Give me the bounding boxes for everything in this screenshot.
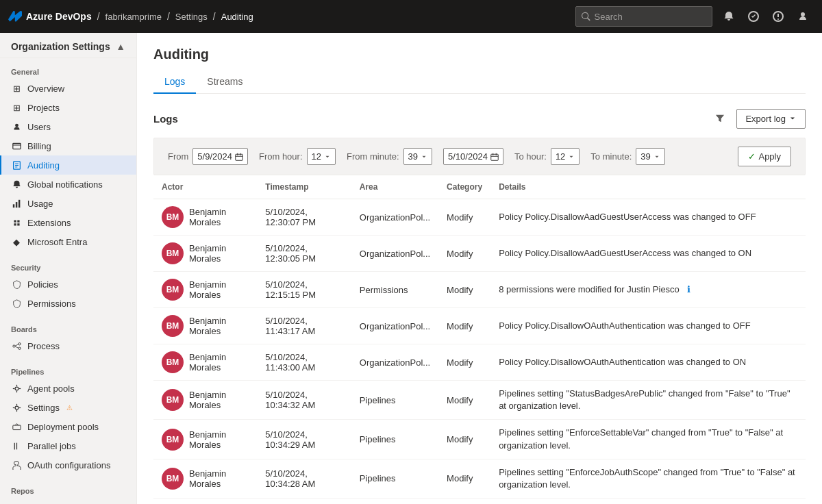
- logs-actions: Export log: [709, 108, 806, 129]
- from-date-input[interactable]: 5/9/2024: [192, 148, 248, 165]
- cell-actor-0: BM Benjamin Morales: [153, 199, 257, 236]
- auditing-icon: [11, 160, 22, 171]
- cell-details-1: Policy Policy.DisallowAadGuestUserAccess…: [490, 236, 806, 272]
- cell-category-5: Modify: [438, 381, 490, 420]
- cell-details-5: Pipelines setting "StatusBadgesArePublic…: [490, 381, 806, 420]
- sidebar-item-auditing[interactable]: Auditing: [0, 155, 136, 175]
- col-details: Details: [490, 175, 806, 199]
- actor-name-7: Benjamin Morales: [189, 468, 249, 489]
- cell-timestamp-5: 5/10/2024, 10:34:32 AM: [257, 381, 351, 420]
- sidebar-item-global-notifications[interactable]: Global notifications: [0, 175, 136, 194]
- col-area: Area: [351, 175, 438, 199]
- apply-button[interactable]: ✓ Apply: [738, 147, 791, 166]
- cell-area-2: Permissions: [351, 272, 438, 308]
- filter-button[interactable]: [709, 108, 731, 129]
- sidebar-section-title-repos: Repos: [0, 483, 136, 498]
- sidebar-item-policies[interactable]: Policies: [0, 275, 136, 294]
- svg-line-13: [15, 346, 18, 347]
- usage-icon: [11, 198, 22, 209]
- process-icon: [11, 340, 22, 351]
- cell-area-6: Pipelines: [351, 420, 438, 459]
- cell-actor-7: BM Benjamin Morales: [153, 459, 257, 498]
- azure-devops-logo[interactable]: Azure DevOps: [8, 10, 92, 23]
- sidebar-item-overview[interactable]: ⊞ Overview: [0, 79, 136, 98]
- svg-point-11: [18, 347, 20, 349]
- to-minute-dropdown[interactable]: 39: [636, 148, 664, 165]
- sidebar-section-title-general: General: [0, 64, 136, 79]
- cell-category-2: Modify: [438, 272, 490, 308]
- agent-pools-icon: [11, 383, 22, 394]
- notifications-icon[interactable]: [718, 5, 740, 27]
- svg-rect-7: [15, 202, 16, 207]
- filter-icon: [715, 114, 725, 123]
- sidebar-item-settings[interactable]: Settings ⚠: [0, 398, 136, 417]
- help-icon[interactable]: [767, 5, 789, 27]
- cell-area-4: OrganizationPol...: [351, 344, 438, 381]
- from-minute-group: From minute: 39: [347, 148, 432, 165]
- sidebar-item-deployment-pools[interactable]: Deployment pools: [0, 417, 136, 436]
- cell-timestamp-1: 5/10/2024, 12:30:05 PM: [257, 236, 351, 272]
- search-input[interactable]: [595, 12, 706, 22]
- sidebar-section-security: Security Policies Permissions: [0, 254, 136, 316]
- cell-area-5: Pipelines: [351, 381, 438, 420]
- sidebar-section-title-pipelines: Pipelines: [0, 364, 136, 379]
- search-box[interactable]: [575, 6, 712, 27]
- top-navigation: Azure DevOps / fabrikamprime / Settings …: [0, 0, 822, 33]
- svg-point-10: [18, 342, 20, 344]
- deployment-icon: [11, 421, 22, 432]
- tab-streams[interactable]: Streams: [196, 71, 253, 94]
- export-log-button[interactable]: Export log: [736, 109, 806, 129]
- col-timestamp: Timestamp: [257, 175, 351, 199]
- breadcrumb-settings[interactable]: Settings: [175, 12, 208, 22]
- sidebar-item-usage[interactable]: Usage: [0, 194, 136, 213]
- cell-category-3: Modify: [438, 308, 490, 344]
- cell-details-2: 8 permissions were modified for Justin P…: [490, 272, 806, 308]
- svg-rect-24: [12, 425, 20, 430]
- breadcrumb-sep3: /: [213, 11, 216, 22]
- cell-area-0: OrganizationPol...: [351, 199, 438, 236]
- policies-icon: [11, 279, 22, 290]
- sidebar-item-users[interactable]: Users: [0, 117, 136, 136]
- to-date-input[interactable]: 5/10/2024: [443, 148, 503, 165]
- table-body: BM Benjamin Morales 5/10/2024, 12:30:07 …: [153, 199, 806, 499]
- chevron-down-icon: [788, 114, 797, 123]
- from-minute-dropdown[interactable]: 39: [403, 148, 432, 165]
- basket-icon[interactable]: [743, 5, 764, 27]
- settings-icon: [11, 402, 22, 413]
- cell-actor-5: BM Benjamin Morales: [153, 381, 257, 420]
- breadcrumb-sep1: /: [97, 11, 100, 22]
- sidebar-item-permissions[interactable]: Permissions: [0, 294, 136, 313]
- sidebar-item-extensions[interactable]: Extensions: [0, 213, 136, 232]
- sidebar-item-parallel-jobs[interactable]: Parallel jobs: [0, 436, 136, 455]
- actor-name-0: Benjamin Morales: [189, 207, 249, 227]
- actor-name-2: Benjamin Morales: [189, 279, 249, 300]
- calendar-icon2: [490, 153, 499, 161]
- sidebar-item-agent-pools[interactable]: Agent pools: [0, 379, 136, 398]
- to-hour-label: To hour:: [514, 151, 547, 162]
- to-minute-group: To minute: 39: [590, 148, 664, 165]
- actor-name-5: Benjamin Morales: [189, 390, 249, 410]
- sidebar-item-microsoft-entra[interactable]: ◆ Microsoft Entra: [0, 232, 136, 251]
- from-hour-dropdown[interactable]: 12: [307, 148, 336, 165]
- sidebar-collapse[interactable]: ▲: [116, 41, 125, 52]
- sidebar-item-projects[interactable]: ⊞ Projects: [0, 98, 136, 117]
- checkmark-icon: ✓: [748, 151, 756, 162]
- user-avatar[interactable]: [792, 5, 814, 27]
- avatar-0: BM: [162, 206, 184, 228]
- sidebar-item-billing[interactable]: Billing: [0, 136, 136, 155]
- cell-timestamp-6: 5/10/2024, 10:34:29 AM: [257, 420, 351, 459]
- chevron-down-icon4: [568, 153, 575, 160]
- sidebar-section-boards: Boards Process: [0, 316, 136, 358]
- sidebar-item-process[interactable]: Process: [0, 336, 136, 355]
- svg-rect-27: [236, 154, 243, 160]
- sidebar-item-oauth[interactable]: OAuth configurations: [0, 455, 136, 475]
- actor-name-3: Benjamin Morales: [189, 316, 249, 336]
- calendar-icon: [235, 153, 243, 161]
- to-hour-dropdown[interactable]: 12: [551, 148, 580, 165]
- cell-actor-2: BM Benjamin Morales: [153, 272, 257, 308]
- search-icon: [582, 12, 590, 21]
- from-minute-label: From minute:: [347, 151, 399, 162]
- info-icon-2[interactable]: ℹ: [687, 284, 690, 294]
- settings-badge: ⚠: [66, 404, 73, 412]
- tab-logs[interactable]: Logs: [153, 71, 196, 94]
